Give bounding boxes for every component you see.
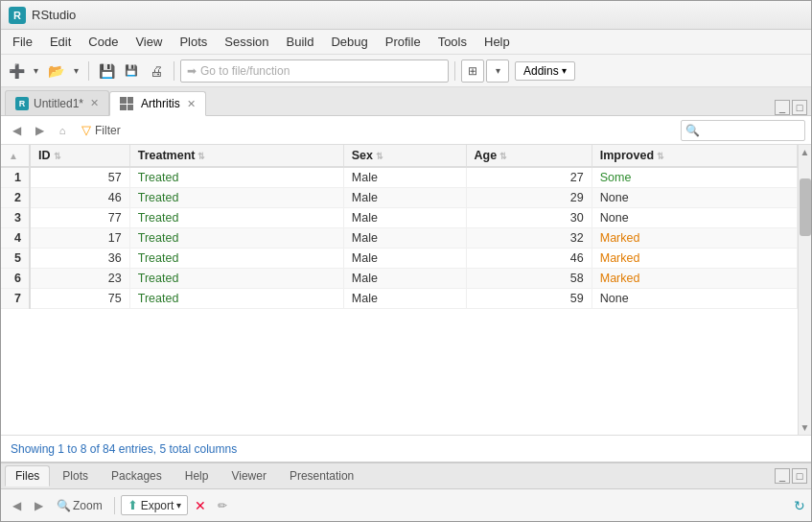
col-header-improved[interactable]: Improved⇅	[592, 145, 797, 167]
minimize-panel-button[interactable]: _	[775, 100, 790, 115]
table-header-row: ▲ ID⇅ Treatment⇅ Sex⇅	[1, 145, 798, 167]
scroll-down-arrow[interactable]: ▼	[799, 420, 811, 435]
cell-sex: Male	[343, 167, 466, 188]
bottom-tab-viewer[interactable]: Viewer	[220, 465, 276, 486]
table-row: 3 77 Treated Male 30 None	[1, 208, 798, 228]
maximize-panel-button[interactable]: □	[792, 100, 807, 115]
menu-session[interactable]: Session	[217, 33, 276, 51]
cell-id: 75	[30, 289, 129, 309]
cell-improved: Some	[592, 167, 797, 188]
bottom-back-button[interactable]: ◀	[7, 496, 26, 515]
export-button[interactable]: ⬆ Export ▾	[121, 495, 189, 515]
menu-file[interactable]: File	[5, 33, 40, 51]
new-file-button[interactable]: ➕	[5, 59, 28, 83]
menu-help[interactable]: Help	[476, 33, 518, 51]
tab-arthritis[interactable]: Arthritis ✕	[109, 91, 206, 116]
bottom-panel: Files Plots Packages Help Viewer Present…	[1, 462, 811, 521]
print-button[interactable]: 🖨	[145, 59, 168, 83]
forward-button[interactable]: ▶	[30, 121, 49, 140]
search-box[interactable]: 🔍	[681, 120, 805, 141]
vertical-scrollbar[interactable]: ▲ ▼	[798, 145, 811, 435]
r-file-icon: R	[15, 97, 29, 110]
table-container: ▲ ID⇅ Treatment⇅ Sex⇅	[1, 145, 811, 435]
bottom-tab-files[interactable]: Files	[5, 465, 50, 486]
cell-age: 27	[466, 167, 592, 188]
cell-treatment: Treated	[129, 167, 343, 188]
cell-row-num: 2	[1, 188, 30, 208]
cell-treatment: Treated	[129, 228, 343, 249]
cell-id: 77	[30, 208, 129, 228]
cell-sex: Male	[343, 228, 466, 249]
zoom-button[interactable]: 🔍 Zoom	[51, 497, 108, 514]
cell-sex: Male	[343, 249, 466, 269]
status-bar: Showing 1 to 8 of 84 entries, 5 total co…	[1, 435, 811, 462]
cell-id: 23	[30, 269, 129, 289]
refresh-icon[interactable]: ↻	[794, 498, 805, 513]
addins-button[interactable]: Addins ▾	[515, 61, 575, 81]
bottom-tab-controls: _ □	[775, 468, 807, 484]
col-header-sex[interactable]: Sex⇅	[343, 145, 466, 167]
cell-row-num: 7	[1, 289, 30, 309]
bottom-maximize-button[interactable]: □	[792, 468, 807, 484]
new-file-dropdown[interactable]: ▾	[29, 59, 42, 83]
table-row: 4 17 Treated Male 32 Marked	[1, 228, 798, 249]
separator-2	[174, 61, 174, 81]
menu-edit[interactable]: Edit	[42, 33, 79, 51]
bottom-tab-bar: Files Plots Packages Help Viewer Present…	[1, 463, 811, 489]
bottom-tab-presentation[interactable]: Presentation	[279, 465, 364, 486]
filter-button[interactable]: ▽ Filter	[76, 121, 127, 139]
back-button[interactable]: ◀	[7, 121, 26, 140]
scroll-up-arrow[interactable]: ▲	[799, 145, 811, 159]
scroll-thumb[interactable]	[800, 178, 811, 236]
cell-row-num: 6	[1, 269, 30, 289]
bottom-forward-button[interactable]: ▶	[29, 496, 48, 515]
cell-id: 17	[30, 228, 129, 249]
cell-sex: Male	[343, 188, 466, 208]
cell-id: 57	[30, 167, 129, 188]
menu-tools[interactable]: Tools	[430, 33, 475, 51]
open-file-dropdown[interactable]: ▾	[69, 59, 82, 83]
data-table: ▲ ID⇅ Treatment⇅ Sex⇅	[1, 145, 798, 309]
edit-button[interactable]: ✏	[213, 496, 232, 515]
bottom-tab-plots[interactable]: Plots	[52, 465, 99, 486]
zoom-icon: 🔍	[57, 499, 71, 512]
col-header-age[interactable]: Age⇅	[466, 145, 592, 167]
tab-untitled1[interactable]: R Untitled1* ✕	[5, 90, 109, 115]
grid-dropdown[interactable]: ▾	[486, 59, 509, 83]
bottom-tab-packages[interactable]: Packages	[101, 465, 173, 486]
cell-sex: Male	[343, 289, 466, 309]
home-button[interactable]: ⌂	[53, 121, 72, 140]
table-row: 6 23 Treated Male 58 Marked	[1, 269, 798, 289]
menu-profile[interactable]: Profile	[378, 33, 429, 51]
go-to-input[interactable]: ➡ Go to file/function	[180, 59, 449, 83]
tab-close-untitled1[interactable]: ✕	[90, 97, 99, 109]
save-all-button[interactable]: 💾	[120, 59, 143, 83]
grid-button[interactable]: ⊞	[461, 59, 484, 83]
export-dropdown-arrow: ▾	[176, 500, 181, 510]
table-row: 7 75 Treated Male 59 None	[1, 289, 798, 309]
open-file-button[interactable]: 📂	[44, 59, 67, 83]
save-button[interactable]: 💾	[95, 59, 118, 83]
addins-dropdown-arrow: ▾	[562, 65, 567, 76]
bottom-tab-help[interactable]: Help	[174, 465, 220, 486]
search-icon: 🔍	[685, 124, 700, 137]
tab-controls: _ □	[775, 100, 807, 115]
tab-close-arthritis[interactable]: ✕	[187, 98, 196, 110]
app-icon: R	[9, 7, 26, 24]
cell-treatment: Treated	[129, 249, 343, 269]
filter-icon: ▽	[81, 123, 91, 137]
table-row: 2 46 Treated Male 29 None	[1, 188, 798, 208]
col-header-id[interactable]: ID⇅	[30, 145, 129, 167]
menu-view[interactable]: View	[128, 33, 170, 51]
menu-debug[interactable]: Debug	[323, 33, 375, 51]
menu-code[interactable]: Code	[81, 33, 126, 51]
delete-button[interactable]: ✕	[191, 496, 210, 515]
cell-treatment: Treated	[129, 269, 343, 289]
bottom-minimize-button[interactable]: _	[775, 468, 790, 484]
export-icon: ⬆	[128, 498, 138, 512]
col-header-treatment[interactable]: Treatment⇅	[129, 145, 343, 167]
menu-plots[interactable]: Plots	[172, 33, 215, 51]
col-header-row[interactable]: ▲	[1, 145, 30, 167]
menu-build[interactable]: Build	[279, 33, 322, 51]
cell-treatment: Treated	[129, 289, 343, 309]
